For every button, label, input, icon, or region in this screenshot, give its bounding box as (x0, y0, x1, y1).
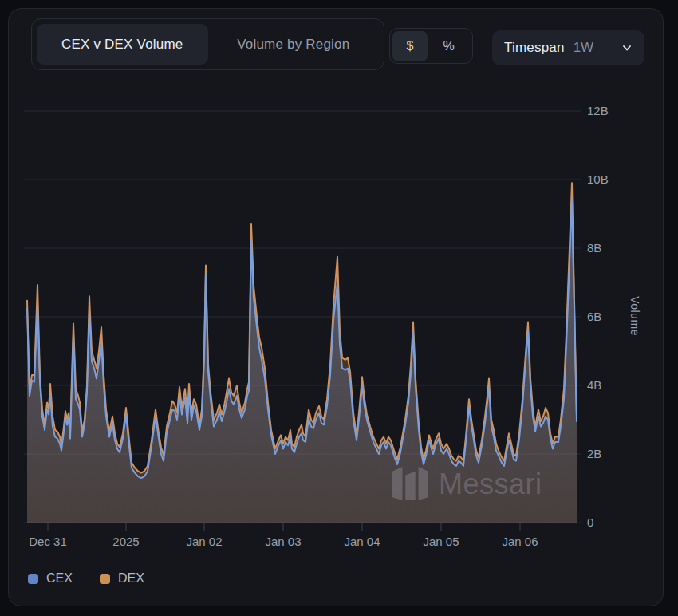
legend-item-dex[interactable]: DEX (100, 571, 144, 586)
cex-line (27, 199, 577, 478)
x-axis-tick-label: Jan 05 (423, 535, 459, 548)
cex-swatch-icon (28, 574, 38, 584)
y-axis-tick-label: 0 (587, 515, 593, 529)
x-axis-tick-label: 2025 (112, 535, 139, 548)
legend-label-cex: CEX (46, 571, 73, 586)
y-axis-tick-label: 10B (587, 172, 609, 186)
x-axis-tick-label: Jan 02 (186, 535, 222, 548)
y-axis-tick-label: 12B (587, 104, 609, 117)
x-axis-tick-label: Jan 06 (502, 535, 538, 548)
x-axis-tick-label: Jan 03 (265, 535, 301, 548)
x-axis-tick-label: Dec 31 (29, 535, 67, 548)
legend-label-dex: DEX (118, 571, 144, 586)
dex-swatch-icon (100, 574, 110, 584)
x-axis-tick-label: Jan 04 (344, 535, 380, 548)
y-axis-tick-label: 8B (587, 241, 601, 255)
volume-chart[interactable]: 02B4B6B8B10B12BDec 312025Jan 02Jan 03Jan… (0, 0, 678, 616)
chart-legend: CEX DEX (28, 571, 144, 586)
y-axis-tick-label: 4B (587, 378, 601, 392)
dex-line (27, 183, 577, 472)
y-axis-title: Volume (603, 304, 667, 328)
cex-area (27, 199, 577, 523)
y-axis-tick-label: 6B (587, 310, 601, 323)
legend-item-cex[interactable]: CEX (28, 571, 73, 586)
y-axis-tick-label: 2B (587, 447, 601, 460)
